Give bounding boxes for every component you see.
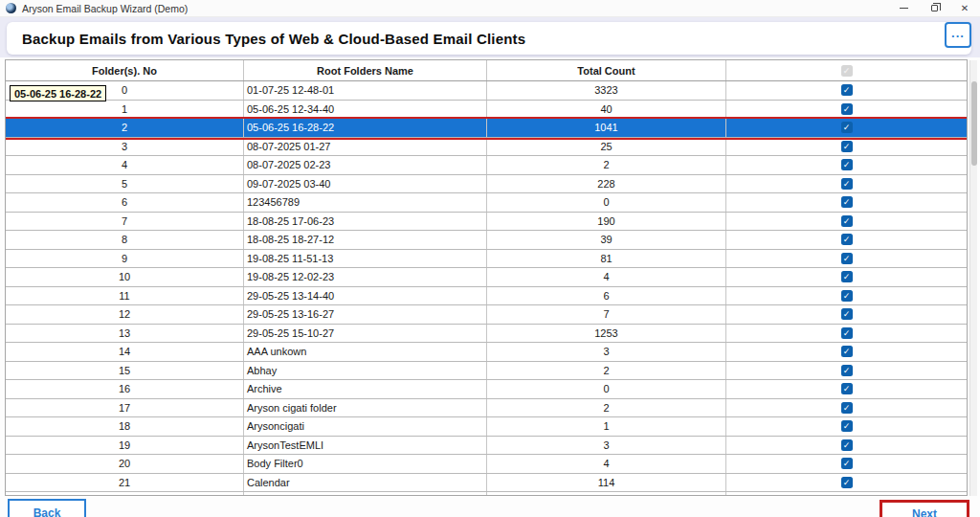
scrollbar-thumb[interactable] — [971, 81, 977, 166]
table-row[interactable]: 12 29-05-25 13-16-27 7 ✓ — [6, 305, 967, 325]
table-row[interactable]: 1 05-06-25 12-34-40 40 ✓ — [6, 101, 967, 120]
row-checkbox[interactable]: ✓ — [841, 196, 853, 208]
row-checkbox[interactable]: ✓ — [841, 178, 853, 190]
row-checkbox[interactable]: ✓ — [841, 383, 853, 394]
cell-total-count: 7 — [486, 305, 725, 324]
table-row[interactable]: 0 01-07-25 12-48-01 3323 ✓ — [6, 81, 967, 101]
table-row[interactable]: 14 AAA unkown 3 ✓ — [6, 343, 967, 362]
row-checkbox[interactable]: ✓ — [841, 308, 853, 320]
cell-checkbox: ✓ — [725, 455, 967, 473]
row-checkbox[interactable]: ✓ — [841, 234, 853, 245]
row-checkbox[interactable]: ✓ — [841, 346, 853, 357]
cell-folder-name: Body Filter0 — [243, 455, 486, 473]
row-checkbox[interactable]: ✓ — [841, 365, 853, 376]
table-row[interactable]: 17 Aryson cigati folder 2 ✓ — [6, 399, 967, 418]
cell-checkbox: ✓ — [725, 362, 967, 380]
row-checkbox[interactable]: ✓ — [841, 215, 853, 227]
cell-folder-no: 6 — [6, 193, 243, 212]
page-title: Backup Emails from Various Types of Web … — [22, 31, 525, 47]
cell-total-count: 3 — [486, 437, 725, 455]
cell-folder-name: 123456789 — [243, 193, 486, 212]
table-row[interactable]: 13 29-05-25 15-10-27 1253 ✓ — [6, 325, 967, 344]
cell-checkbox: ✓ — [725, 175, 967, 193]
cell-folder-no: 9 — [6, 250, 243, 268]
cell-folder-name: Calendar — [243, 474, 486, 492]
row-checkbox[interactable]: ✓ — [841, 290, 853, 302]
row-checkbox[interactable]: ✓ — [841, 122, 853, 133]
cell-total-count: 0 — [486, 380, 725, 398]
table-row[interactable]: 3 08-07-2025 01-27 25 ✓ — [6, 138, 967, 157]
table-row[interactable]: 15 Abhay 2 ✓ — [6, 362, 967, 381]
table-row[interactable]: 22 Chats 1 ✓ — [6, 492, 967, 496]
more-options-button[interactable]: ... — [945, 22, 971, 48]
cell-folder-name: 29-05-25 13-16-27 — [243, 305, 486, 324]
select-all-checkbox[interactable]: ✓ — [841, 65, 853, 77]
row-checkbox[interactable]: ✓ — [841, 458, 853, 469]
cell-folder-no: 8 — [6, 231, 243, 249]
table-row[interactable]: 16 Archive 0 ✓ — [6, 380, 967, 399]
row-checkbox[interactable]: ✓ — [841, 103, 853, 115]
row-checkbox[interactable]: ✓ — [841, 402, 853, 414]
column-header-folder-no[interactable]: Folder(s). No — [6, 60, 243, 80]
cell-checkbox: ✓ — [725, 268, 967, 286]
cell-total-count: 4 — [486, 268, 725, 286]
cell-folder-name: 29-05-25 15-10-27 — [243, 325, 486, 343]
cell-checkbox: ✓ — [725, 231, 967, 249]
table-row[interactable]: 10 19-08-25 12-02-23 4 ✓ — [6, 268, 967, 287]
table-row[interactable]: 7 18-08-25 17-06-23 190 ✓ — [6, 213, 967, 232]
table-row[interactable]: 5 09-07-2025 03-40 228 ✓ — [6, 175, 967, 194]
table-row[interactable]: 18 Arysoncigati 1 ✓ — [6, 417, 967, 437]
cell-checkbox: ✓ — [725, 474, 967, 492]
table-row[interactable]: 20 Body Filter0 4 ✓ — [6, 455, 967, 474]
close-button[interactable]: ✕ — [949, 0, 980, 16]
table-row[interactable]: 2 05-06-25 16-28-22 1041 ✓ — [6, 119, 967, 138]
cell-checkbox: ✓ — [725, 119, 967, 137]
next-button[interactable]: Next — [880, 500, 969, 517]
cell-folder-no: 4 — [6, 156, 243, 174]
table-row[interactable]: 11 29-05-25 13-14-40 6 ✓ — [6, 287, 967, 306]
row-checkbox[interactable]: ✓ — [841, 477, 853, 488]
row-checkbox[interactable]: ✓ — [841, 253, 853, 264]
cell-folder-no: 22 — [6, 492, 243, 496]
cell-folder-no: 17 — [6, 399, 243, 417]
cell-folder-name: Aryson cigati folder — [243, 399, 486, 417]
cell-folder-name: 18-08-25 18-27-12 — [243, 231, 486, 249]
cell-folder-name: 01-07-25 12-48-01 — [243, 81, 486, 100]
cell-folder-no: 11 — [6, 287, 243, 305]
vertical-scrollbar[interactable] — [969, 60, 977, 496]
cell-checkbox: ✓ — [725, 325, 967, 343]
cell-folder-name: AAA unkown — [243, 343, 486, 361]
row-checkbox[interactable]: ✓ — [841, 84, 853, 96]
cell-folder-no: 16 — [6, 380, 243, 398]
restore-button[interactable] — [919, 0, 949, 16]
row-checkbox[interactable]: ✓ — [841, 327, 853, 339]
table-header-row: Folder(s). No Root Folders Name Total Co… — [6, 60, 967, 81]
cell-checkbox: ✓ — [725, 380, 967, 398]
row-checkbox[interactable]: ✓ — [841, 495, 853, 496]
table-row[interactable]: 8 18-08-25 18-27-12 39 ✓ — [6, 231, 967, 250]
table-row[interactable]: 9 19-08-25 11-51-13 81 ✓ — [6, 250, 967, 269]
row-checkbox[interactable]: ✓ — [841, 141, 853, 152]
row-checkbox[interactable]: ✓ — [841, 420, 853, 432]
cell-folder-no: 10 — [6, 268, 243, 286]
cell-checkbox: ✓ — [725, 193, 967, 212]
row-checkbox[interactable]: ✓ — [841, 159, 853, 170]
table-row[interactable]: 6 123456789 0 ✓ — [6, 193, 967, 213]
table-row[interactable]: 4 08-07-2025 02-23 2 ✓ — [6, 156, 967, 175]
app-icon — [6, 3, 16, 13]
row-checkbox[interactable]: ✓ — [841, 271, 853, 282]
cell-folder-no: 1 — [6, 101, 243, 119]
cell-folder-name: 29-05-25 13-14-40 — [243, 287, 486, 305]
row-checkbox[interactable]: ✓ — [841, 439, 853, 451]
cell-total-count: 190 — [486, 213, 725, 231]
column-header-checkbox: ✓ — [725, 60, 967, 80]
cell-total-count: 1 — [486, 417, 725, 436]
cell-folder-name: Abhay — [243, 362, 486, 380]
table-row[interactable]: 19 ArysonTestEMLI 3 ✓ — [6, 437, 967, 456]
table-row[interactable]: 21 Calendar 114 ✓ — [6, 474, 967, 493]
column-header-root-folder[interactable]: Root Folders Name — [243, 60, 486, 80]
cell-checkbox: ✓ — [725, 250, 967, 268]
column-header-total-count[interactable]: Total Count — [486, 60, 725, 80]
back-button[interactable]: Back — [8, 499, 86, 517]
minimize-button[interactable] — [888, 0, 919, 16]
